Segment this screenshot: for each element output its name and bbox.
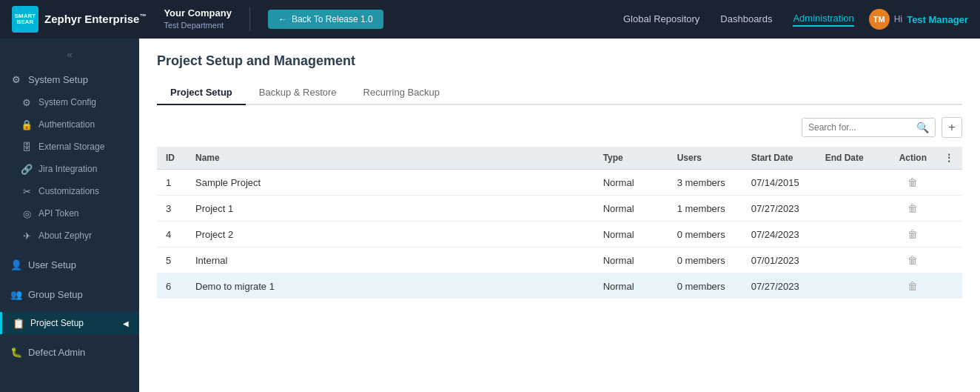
column-header-id: ID <box>157 147 187 170</box>
delete-icon[interactable]: 🗑 <box>907 228 918 240</box>
sidebar-item-about-zephyr[interactable]: ✈ About Zephyr <box>0 225 139 247</box>
cell-more <box>936 222 962 248</box>
sidebar-item-system-config[interactable]: ⚙ System Config <box>0 91 139 113</box>
sidebar-item-system-setup[interactable]: ⚙ System Setup <box>0 67 139 91</box>
company-name: Your Company <box>164 7 232 20</box>
sidebar-item-jira-integration[interactable]: 🔗 Jira Integration <box>0 158 139 180</box>
cell-name: Project 2 <box>187 222 594 248</box>
column-header-users: Users <box>668 147 742 170</box>
cell-name: Demo to migrate 1 <box>187 273 594 299</box>
cell-end-date <box>816 196 890 222</box>
cell-users: 0 members <box>668 248 742 273</box>
cell-users: 0 members <box>668 222 742 248</box>
cell-id: 5 <box>157 248 187 273</box>
app-logo: SMART BEAR Zephyr Enterprise™ <box>12 6 146 33</box>
external-storage-icon: 🗄 <box>21 141 33 153</box>
group-setup-icon: 👥 <box>10 288 22 300</box>
cell-action: 🗑 <box>890 248 936 273</box>
cell-id: 6 <box>157 273 187 299</box>
avatar: TM <box>869 9 890 30</box>
cell-more <box>936 196 962 222</box>
cell-end-date <box>816 222 890 248</box>
sidebar-item-group-setup[interactable]: 👥 Group Setup <box>0 282 139 306</box>
cell-id: 4 <box>157 222 187 248</box>
cell-action: 🗑 <box>890 273 936 299</box>
sidebar-item-customizations[interactable]: ✂ Customizations <box>0 180 139 202</box>
sidebar-item-api-token[interactable]: ◎ API Token <box>0 202 139 225</box>
delete-icon[interactable]: 🗑 <box>907 254 918 266</box>
cell-action: 🗑 <box>890 222 936 248</box>
topnav-link-dashboards[interactable]: Dashboards <box>720 13 772 26</box>
sidebar-item-defect-admin[interactable]: 🐛 Defect Admin <box>0 340 139 364</box>
cell-users: 3 members <box>668 170 742 196</box>
sidebar-item-user-setup[interactable]: 👤 User Setup <box>0 253 139 276</box>
table-row: 3 Project 1 Normal 1 members 07/27/2023 … <box>157 196 962 222</box>
delete-icon[interactable]: 🗑 <box>907 176 918 188</box>
cell-type: Normal <box>594 248 668 273</box>
cell-more <box>936 248 962 273</box>
cell-name: Project 1 <box>187 196 594 222</box>
sidebar-collapse-button[interactable]: « <box>0 44 139 64</box>
company-department: Test Department <box>164 20 232 30</box>
column-header-action: Action <box>890 147 936 170</box>
system-config-icon: ⚙ <box>21 96 33 108</box>
tab-backup-restore[interactable]: Backup & Restore <box>246 81 350 105</box>
main-layout: « ⚙ System Setup ⚙ System Config 🔒 Authe… <box>0 39 980 392</box>
add-project-button[interactable]: + <box>942 117 962 138</box>
sidebar-section-project-setup: 📋 Project Setup ◀ <box>0 309 139 337</box>
cell-more <box>936 273 962 299</box>
user-setup-label: User Setup <box>28 259 76 270</box>
customizations-icon: ✂ <box>21 185 33 197</box>
cell-start-date: 07/27/2023 <box>742 273 816 299</box>
app-name: Zephyr Enterprise™ <box>44 13 146 26</box>
tab-project-setup[interactable]: Project Setup <box>157 81 246 105</box>
back-to-release-button[interactable]: ← Back To Release 1.0 <box>268 10 383 29</box>
back-button-label: Back To Release 1.0 <box>292 14 373 24</box>
sidebar-item-authentication[interactable]: 🔒 Authentication <box>0 113 139 136</box>
table-row: 4 Project 2 Normal 0 members 07/24/2023 … <box>157 222 962 248</box>
sidebar: « ⚙ System Setup ⚙ System Config 🔒 Authe… <box>0 39 139 392</box>
search-icon[interactable]: 🔍 <box>916 122 929 133</box>
authentication-icon: 🔒 <box>21 119 33 130</box>
projects-table: ID Name Type Users Start Date End Date A… <box>157 147 962 299</box>
cell-start-date: 07/24/2023 <box>742 222 816 248</box>
back-arrow-icon: ← <box>278 14 287 24</box>
cell-start-date: 07/27/2023 <box>742 196 816 222</box>
cell-start-date: 07/01/2023 <box>742 248 816 273</box>
topnav-link-global-repository[interactable]: Global Repository <box>623 13 699 26</box>
cell-end-date <box>816 248 890 273</box>
search-input[interactable] <box>808 122 912 133</box>
sidebar-item-project-setup[interactable]: 📋 Project Setup ◀ <box>0 312 139 334</box>
project-setup-icon: 📋 <box>13 317 24 329</box>
cell-id: 3 <box>157 196 187 222</box>
table-row: 1 Sample Project Normal 3 members 07/14/… <box>157 170 962 196</box>
cell-name: Internal <box>187 248 594 273</box>
user-name[interactable]: Test Manager <box>907 14 968 25</box>
tab-recurring-backup[interactable]: Recurring Backup <box>350 81 453 105</box>
cell-users: 0 members <box>668 273 742 299</box>
logo-icon: SMART BEAR <box>12 6 38 33</box>
about-zephyr-icon: ✈ <box>21 230 33 242</box>
delete-icon[interactable]: 🗑 <box>907 280 918 292</box>
company-info: Your Company Test Department <box>164 7 250 30</box>
sidebar-item-external-storage[interactable]: 🗄 External Storage <box>0 136 139 158</box>
system-setup-icon: ⚙ <box>10 73 22 85</box>
topnav-links: Global Repository Dashboards Administrat… <box>623 13 854 27</box>
sidebar-section-label: System Setup <box>28 74 88 85</box>
sidebar-section-group-setup: 👥 Group Setup <box>0 279 139 309</box>
cell-action: 🗑 <box>890 170 936 196</box>
topnav-link-administration[interactable]: Administration <box>793 13 853 27</box>
delete-icon[interactable]: 🗑 <box>907 202 918 214</box>
search-box: 🔍 <box>802 118 936 137</box>
user-setup-icon: 👤 <box>10 259 22 270</box>
cell-start-date: 07/14/2015 <box>742 170 816 196</box>
page-title: Project Setup and Management <box>157 53 962 69</box>
column-header-end-date: End Date <box>816 147 890 170</box>
project-setup-chevron: ◀ <box>123 319 129 328</box>
user-hi-label: Hi <box>894 14 902 24</box>
defect-admin-label: Defect Admin <box>28 347 85 358</box>
user-badge: TM Hi Test Manager <box>869 9 968 30</box>
topnav: SMART BEAR Zephyr Enterprise™ Your Compa… <box>0 0 980 39</box>
table-row: 6 Demo to migrate 1 Normal 0 members 07/… <box>157 273 962 299</box>
defect-admin-icon: 🐛 <box>10 346 22 358</box>
